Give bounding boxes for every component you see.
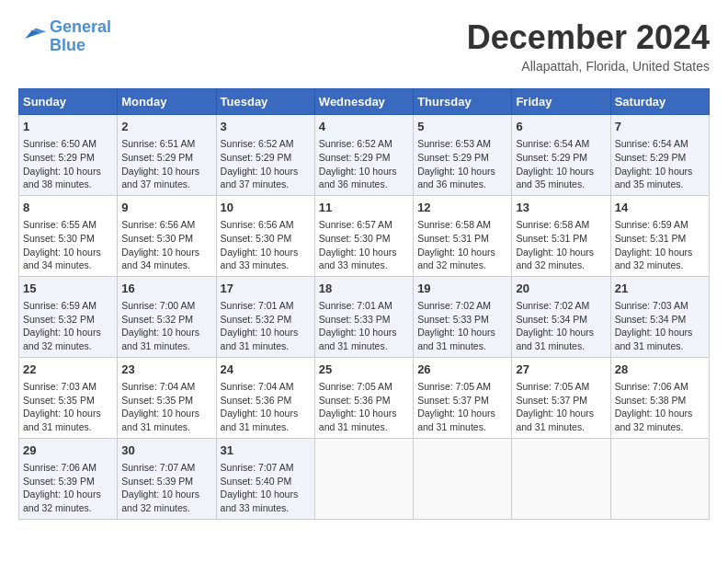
day-info: Sunrise: 6:52 AM: [319, 137, 409, 151]
day-info: Sunrise: 6:51 AM: [121, 137, 211, 151]
day-info: Daylight: 10 hours: [221, 246, 311, 259]
calendar-cell: 29Sunrise: 7:06 AMSunset: 5:39 PMDayligh…: [19, 438, 118, 519]
logo-text: General Blue: [50, 18, 111, 55]
day-info: Daylight: 10 hours: [121, 165, 211, 178]
day-info: Daylight: 10 hours: [23, 488, 113, 501]
day-info: Daylight: 10 hours: [516, 246, 606, 259]
day-info: Sunset: 5:29 PM: [121, 151, 211, 165]
calendar-week-row: 1Sunrise: 6:50 AMSunset: 5:29 PMDaylight…: [19, 115, 710, 196]
day-number: 13: [516, 200, 606, 216]
day-number: 17: [221, 281, 311, 297]
day-info: Daylight: 10 hours: [516, 326, 606, 339]
day-info: Sunrise: 7:06 AM: [615, 380, 705, 394]
day-info: Sunrise: 6:58 AM: [516, 218, 606, 232]
calendar-cell: 12Sunrise: 6:58 AMSunset: 5:31 PMDayligh…: [414, 195, 512, 276]
day-info: Daylight: 10 hours: [23, 326, 113, 339]
day-info: Daylight: 10 hours: [121, 488, 211, 501]
day-info: Daylight: 10 hours: [615, 326, 705, 339]
day-info: Sunrise: 7:04 AM: [121, 380, 211, 394]
day-info: Sunrise: 7:07 AM: [121, 461, 211, 475]
day-info: Sunset: 5:39 PM: [23, 475, 113, 488]
day-info: Daylight: 10 hours: [221, 165, 311, 178]
day-info: Sunrise: 7:04 AM: [221, 380, 311, 394]
day-info: and 35 minutes.: [516, 178, 606, 191]
calendar-cell: 6Sunrise: 6:54 AMSunset: 5:29 PMDaylight…: [512, 115, 610, 196]
day-number: 5: [417, 119, 507, 135]
day-info: Sunset: 5:32 PM: [121, 313, 211, 327]
day-info: Daylight: 10 hours: [516, 165, 606, 178]
day-info: and 33 minutes.: [221, 501, 311, 515]
day-number: 4: [319, 119, 409, 135]
day-info: Sunrise: 6:55 AM: [23, 218, 113, 232]
day-info: Daylight: 10 hours: [615, 407, 705, 420]
day-number: 16: [121, 281, 211, 297]
day-number: 9: [121, 200, 211, 216]
calendar-cell: 24Sunrise: 7:04 AMSunset: 5:36 PMDayligh…: [216, 357, 314, 438]
location: Allapattah, Florida, United States: [467, 59, 710, 74]
day-info: Sunrise: 7:00 AM: [121, 299, 211, 313]
calendar-cell: 27Sunrise: 7:05 AMSunset: 5:37 PMDayligh…: [512, 357, 610, 438]
day-info: and 37 minutes.: [221, 178, 311, 191]
day-info: and 31 minutes.: [121, 339, 211, 353]
day-number: 30: [121, 442, 211, 459]
day-info: and 32 minutes.: [23, 339, 113, 353]
calendar-cell: 19Sunrise: 7:02 AMSunset: 5:33 PMDayligh…: [414, 276, 512, 357]
day-info: Daylight: 10 hours: [516, 407, 606, 420]
calendar-cell: 1Sunrise: 6:50 AMSunset: 5:29 PMDaylight…: [19, 115, 118, 196]
day-info: and 32 minutes.: [615, 420, 705, 434]
day-info: Daylight: 10 hours: [417, 407, 507, 420]
day-number: 28: [615, 362, 705, 378]
day-info: Daylight: 10 hours: [615, 165, 705, 178]
day-info: and 31 minutes.: [319, 339, 409, 353]
calendar-cell: 23Sunrise: 7:04 AMSunset: 5:35 PMDayligh…: [118, 357, 216, 438]
calendar-header-row: Sunday Monday Tuesday Wednesday Thursday…: [19, 89, 710, 115]
day-info: Sunset: 5:31 PM: [615, 232, 705, 246]
day-info: and 34 minutes.: [23, 259, 113, 272]
calendar-week-row: 8Sunrise: 6:55 AMSunset: 5:30 PMDaylight…: [19, 195, 710, 276]
day-info: Sunrise: 6:53 AM: [417, 137, 507, 151]
day-info: Daylight: 10 hours: [121, 407, 211, 420]
calendar-cell: 31Sunrise: 7:07 AMSunset: 5:40 PMDayligh…: [216, 438, 314, 519]
day-info: Sunset: 5:34 PM: [516, 313, 606, 327]
calendar-cell: 5Sunrise: 6:53 AMSunset: 5:29 PMDaylight…: [414, 115, 512, 196]
calendar-cell: 20Sunrise: 7:02 AMSunset: 5:34 PMDayligh…: [512, 276, 610, 357]
day-info: Sunset: 5:35 PM: [23, 394, 113, 408]
day-number: 6: [516, 119, 606, 135]
calendar-cell: [414, 438, 512, 519]
day-number: 2: [121, 119, 211, 135]
calendar-cell: 7Sunrise: 6:54 AMSunset: 5:29 PMDaylight…: [610, 115, 709, 196]
day-info: Daylight: 10 hours: [319, 326, 409, 339]
day-info: Sunset: 5:29 PM: [23, 151, 113, 165]
calendar-cell: 13Sunrise: 6:58 AMSunset: 5:31 PMDayligh…: [512, 195, 610, 276]
day-info: Daylight: 10 hours: [121, 246, 211, 259]
day-info: Sunset: 5:30 PM: [319, 232, 409, 246]
col-wednesday: Wednesday: [314, 89, 413, 115]
day-info: Daylight: 10 hours: [417, 165, 507, 178]
day-info: Daylight: 10 hours: [319, 407, 409, 420]
logo: General Blue: [18, 18, 111, 55]
col-monday: Monday: [118, 89, 216, 115]
calendar-cell: 22Sunrise: 7:03 AMSunset: 5:35 PMDayligh…: [19, 357, 118, 438]
col-sunday: Sunday: [19, 89, 118, 115]
day-info: Sunset: 5:34 PM: [615, 313, 705, 327]
day-number: 19: [417, 281, 507, 297]
logo-icon: [18, 24, 46, 46]
day-number: 12: [417, 200, 507, 216]
calendar-cell: 17Sunrise: 7:01 AMSunset: 5:32 PMDayligh…: [216, 276, 314, 357]
day-number: 22: [23, 362, 113, 378]
day-info: Sunset: 5:30 PM: [23, 232, 113, 246]
day-info: Daylight: 10 hours: [121, 326, 211, 339]
day-number: 25: [319, 362, 409, 378]
day-info: Sunrise: 6:57 AM: [319, 218, 409, 232]
day-info: Daylight: 10 hours: [319, 165, 409, 178]
calendar-cell: 25Sunrise: 7:05 AMSunset: 5:36 PMDayligh…: [314, 357, 413, 438]
day-number: 23: [121, 362, 211, 378]
day-info: Sunset: 5:36 PM: [221, 394, 311, 408]
day-info: Daylight: 10 hours: [417, 326, 507, 339]
day-info: and 38 minutes.: [23, 178, 113, 191]
day-info: Sunrise: 7:05 AM: [319, 380, 409, 394]
day-info: Sunrise: 7:03 AM: [615, 299, 705, 313]
day-info: and 36 minutes.: [319, 178, 409, 191]
day-info: and 36 minutes.: [417, 178, 507, 191]
calendar-table: Sunday Monday Tuesday Wednesday Thursday…: [18, 88, 710, 520]
